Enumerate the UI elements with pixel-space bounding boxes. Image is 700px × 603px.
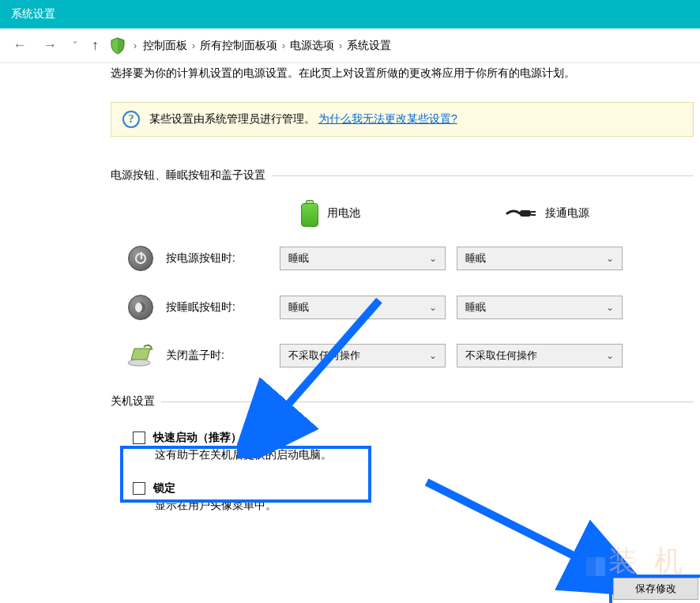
breadcrumb-sep-icon: ›: [192, 40, 195, 51]
address-bar: ← → ˅ ↑ › 控制面板 › 所有控制面板项 › 电源选项 › 系统设置: [0, 28, 700, 63]
svg-point-3: [128, 360, 150, 366]
svg-rect-10: [586, 557, 596, 576]
page-description: 选择要为你的计算机设置的电源设置。在此页上对设置所做的更改将应用于你所有的电源计…: [111, 65, 694, 81]
window-title: 系统设置: [11, 7, 55, 21]
breadcrumb-sep-icon: ›: [339, 40, 342, 51]
power-button-icon: [126, 246, 155, 271]
select-value: 睡眠: [465, 300, 486, 315]
breadcrumb-item[interactable]: 所有控制面板项: [200, 39, 277, 53]
admin-info-link[interactable]: 为什么我无法更改某些设置?: [318, 112, 457, 125]
save-button-label: 保存修改: [635, 582, 676, 596]
plug-icon: [506, 204, 537, 223]
sleep-button-icon: [126, 295, 155, 320]
laptop-lid-icon: [126, 344, 155, 367]
select-power-button-plugged[interactable]: 睡眠 ⌄: [457, 247, 623, 270]
shutdown-item-title: 锁定: [153, 481, 175, 496]
column-battery-label: 用电池: [327, 206, 360, 220]
svg-rect-1: [531, 211, 536, 213]
select-value: 睡眠: [288, 251, 309, 266]
row-power-button-label: 按电源按钮时:: [166, 251, 269, 266]
chevron-down-icon: ⌄: [606, 350, 614, 361]
watermark-icon: [585, 556, 607, 578]
shutdown-item-title: 快速启动（推荐）: [153, 431, 242, 445]
select-value: 睡眠: [288, 300, 309, 315]
chevron-down-icon: ⌄: [429, 350, 437, 361]
breadcrumb-item[interactable]: 控制面板: [143, 39, 187, 53]
admin-info-box: ? 某些设置由系统管理员进行管理。 为什么我无法更改某些设置?: [111, 102, 694, 137]
svg-rect-2: [531, 214, 536, 216]
select-value: 睡眠: [465, 251, 486, 266]
breadcrumb-item[interactable]: 电源选项: [290, 39, 334, 53]
shutdown-item-lock: 锁定 显示在用户头像菜单中。: [126, 477, 694, 518]
shutdown-item-desc: 这有助于在关机后更快的启动电脑。: [155, 448, 687, 462]
column-header-plugged: 接通电源: [506, 200, 679, 227]
row-sleep-button: 按睡眠按钮时: 睡眠 ⌄ 睡眠 ⌄: [111, 295, 694, 320]
select-power-button-battery[interactable]: 睡眠 ⌄: [280, 247, 446, 270]
select-close-lid-battery[interactable]: 不采取任何操作 ⌄: [280, 344, 446, 367]
row-close-lid: 关闭盖子时: 不采取任何操作 ⌄ 不采取任何操作 ⌄: [111, 344, 694, 367]
column-plugged-label: 接通电源: [545, 206, 589, 220]
select-sleep-button-plugged[interactable]: 睡眠 ⌄: [457, 296, 623, 319]
shutdown-item-fast-startup: 快速启动（推荐） 这有助于在关机后更快的启动电脑。: [126, 426, 694, 467]
row-close-lid-label: 关闭盖子时:: [166, 349, 269, 363]
admin-info-text: 某些设置由系统管理员进行管理。 为什么我无法更改某些设置?: [149, 112, 457, 126]
chevron-down-icon: ⌄: [606, 253, 614, 264]
nav-back-icon[interactable]: ←: [8, 37, 32, 54]
admin-info-prefix: 某些设置由系统管理员进行管理。: [149, 112, 315, 125]
checkbox-fast-startup[interactable]: [133, 432, 145, 444]
nav-up-icon[interactable]: ↑: [88, 37, 102, 54]
nav-forward-icon[interactable]: →: [38, 37, 62, 54]
select-value: 不采取任何操作: [465, 349, 537, 363]
row-sleep-button-label: 按睡眠按钮时:: [166, 300, 269, 315]
battery-icon: [300, 200, 319, 227]
select-sleep-button-battery[interactable]: 睡眠 ⌄: [280, 296, 446, 319]
save-button[interactable]: 保存修改: [613, 578, 698, 600]
breadcrumb-sep-icon: ›: [134, 40, 137, 51]
column-header-battery: 用电池: [300, 200, 474, 227]
section-title-label: 关机设置: [111, 394, 155, 409]
chevron-down-icon: ⌄: [429, 253, 437, 264]
window-titlebar: 系统设置: [0, 0, 700, 28]
shield-icon: [108, 36, 127, 55]
breadcrumb-sep-icon: ›: [282, 40, 285, 51]
breadcrumb-item[interactable]: 系统设置: [347, 39, 391, 53]
select-close-lid-plugged[interactable]: 不采取任何操作 ⌄: [457, 344, 623, 367]
divider: [161, 401, 694, 402]
chevron-down-icon: ⌄: [606, 302, 614, 313]
section-title-buttons: 电源按钮、睡眠按钮和盖子设置: [111, 168, 694, 183]
row-power-button: 按电源按钮时: 睡眠 ⌄ 睡眠 ⌄: [111, 246, 694, 271]
shutdown-item-desc: 显示在用户头像菜单中。: [155, 499, 687, 513]
chevron-down-icon: ⌄: [429, 302, 437, 313]
info-icon: ?: [122, 111, 140, 128]
divider: [272, 175, 694, 176]
select-value: 不采取任何操作: [288, 349, 360, 363]
checkbox-lock[interactable]: [133, 482, 145, 495]
svg-rect-0: [520, 210, 531, 217]
breadcrumb: 控制面板 › 所有控制面板项 › 电源选项 › 系统设置: [143, 39, 391, 53]
section-title-shutdown: 关机设置: [111, 394, 694, 409]
watermark-text: 装 机: [608, 542, 687, 581]
section-title-label: 电源按钮、睡眠按钮和盖子设置: [111, 168, 265, 183]
nav-recent-icon[interactable]: ˅: [68, 40, 82, 51]
svg-rect-9: [586, 557, 605, 576]
